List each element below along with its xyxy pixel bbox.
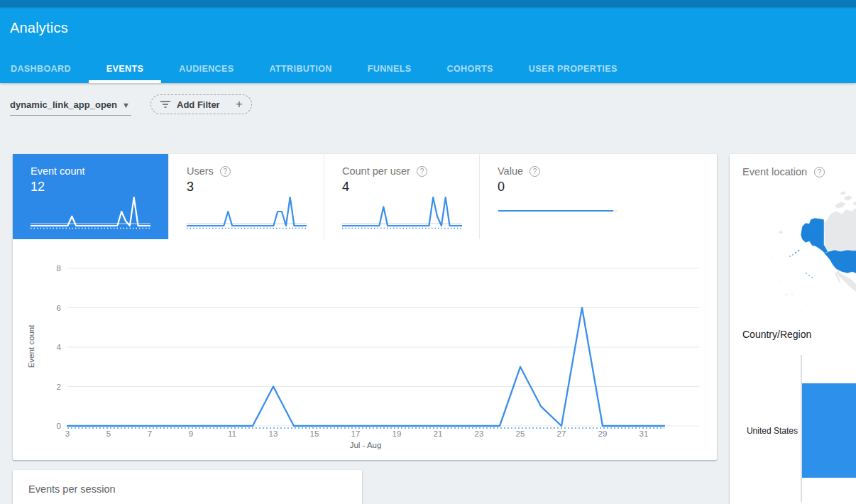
event-select-dropdown[interactable]: dynamic_link_app_open ▼ (10, 94, 131, 116)
bar-united-states (802, 383, 856, 478)
tab-dashboard[interactable]: DASHBOARD (0, 55, 89, 83)
tab-funnels[interactable]: FUNNELS (350, 55, 429, 83)
sparkline-event-count (31, 191, 150, 231)
plus-icon: + (236, 97, 243, 111)
card-title: Event location (742, 166, 807, 177)
metric-label: Count per user (342, 165, 410, 177)
add-filter-label: Add Filter (177, 99, 220, 110)
filter-bar: dynamic_link_app_open ▼ Add Filter + (0, 83, 856, 154)
svg-text:2: 2 (57, 383, 61, 391)
world-map (730, 190, 856, 324)
add-filter-button[interactable]: Add Filter + (150, 94, 252, 114)
svg-text:25: 25 (516, 429, 525, 438)
svg-text:Event count: Event count (27, 324, 35, 368)
svg-text:4: 4 (57, 343, 62, 351)
metric-label: Event count (31, 165, 85, 177)
tab-cohorts[interactable]: COHORTS (429, 55, 511, 83)
event-location-card: Event location ? (730, 154, 856, 504)
metric-card-row: Event count 12 Users ? 3 Count per user … (13, 154, 635, 239)
metric-card-users[interactable]: Users ? 3 (168, 154, 324, 239)
metric-card-event-count[interactable]: Event count 12 (13, 154, 168, 239)
chevron-down-icon: ▼ (122, 101, 131, 109)
svg-text:11: 11 (228, 429, 236, 438)
app-header: Analytics DASHBOARD EVENTS AUDIENCES ATT… (0, 0, 856, 83)
metric-card-count-per-user[interactable]: Count per user ? 4 (324, 154, 479, 239)
tab-audiences[interactable]: AUDIENCES (161, 55, 251, 83)
sparkline-users (187, 191, 307, 231)
svg-text:23: 23 (475, 429, 484, 438)
metric-label: Value (498, 165, 523, 177)
svg-text:7: 7 (148, 429, 152, 438)
event-select-value: dynamic_link_app_open (10, 99, 117, 110)
help-icon[interactable]: ? (417, 166, 427, 177)
sparkline-value (498, 191, 618, 231)
event-count-line-chart: 0246835791113151719212325272931Jul - Aug… (13, 251, 717, 460)
page-title: Analytics (10, 20, 68, 36)
svg-text:Jul - Aug: Jul - Aug (350, 441, 382, 449)
svg-text:15: 15 (310, 429, 319, 438)
tab-user-properties[interactable]: USER PROPERTIES (511, 55, 635, 83)
bar-label-united-states: United States (730, 426, 798, 436)
sparkline-count-per-user (342, 191, 462, 231)
svg-text:31: 31 (640, 429, 649, 438)
svg-text:6: 6 (57, 304, 61, 312)
svg-text:5: 5 (106, 429, 111, 438)
help-icon[interactable]: ? (220, 166, 231, 177)
event-report-card: Event count 12 Users ? 3 Count per user … (13, 154, 717, 460)
svg-text:19: 19 (393, 429, 402, 438)
events-per-session-card: Events per session (13, 470, 362, 504)
country-region-header: Country/Region (742, 329, 811, 340)
svg-text:0: 0 (57, 422, 61, 430)
svg-text:17: 17 (351, 429, 361, 438)
nav-tabs: DASHBOARD EVENTS AUDIENCES ATTRIBUTION F… (0, 55, 635, 83)
help-icon[interactable]: ? (529, 166, 540, 177)
svg-text:29: 29 (598, 429, 608, 438)
svg-text:8: 8 (57, 264, 61, 273)
metric-label: Users (187, 165, 214, 177)
svg-text:21: 21 (434, 429, 443, 438)
tab-events[interactable]: EVENTS (89, 55, 161, 83)
card-title: Events per session (28, 483, 116, 495)
help-icon[interactable]: ? (814, 167, 825, 177)
svg-text:3: 3 (65, 429, 70, 438)
filter-list-icon (160, 99, 171, 109)
metric-card-value[interactable]: Value ? 0 (479, 154, 635, 239)
tab-attribution[interactable]: ATTRIBUTION (252, 55, 350, 83)
svg-text:27: 27 (557, 429, 566, 438)
browser-top-strip (0, 0, 856, 7)
svg-text:9: 9 (189, 429, 193, 438)
svg-text:13: 13 (269, 429, 278, 438)
